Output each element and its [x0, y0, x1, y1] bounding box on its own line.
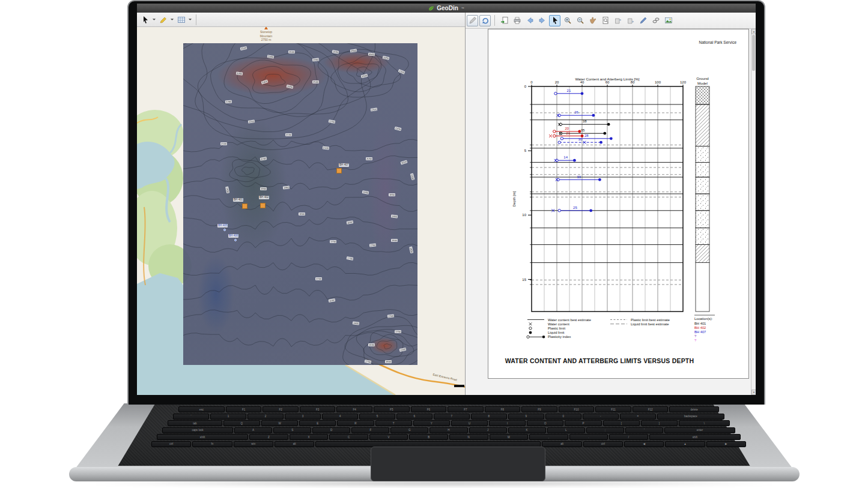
key-j[interactable]: J [469, 427, 507, 433]
insert-image-button[interactable] [663, 15, 674, 26]
key-5[interactable]: 5 [359, 414, 395, 420]
key-ctrl[interactable]: ctrl [583, 441, 623, 447]
key-backspace[interactable]: backspace [657, 414, 724, 420]
edit-pen-button[interactable] [637, 15, 649, 26]
key-q[interactable]: Q [223, 420, 260, 426]
stamp-pen-button[interactable] [467, 15, 478, 26]
key-7[interactable]: 7 [434, 414, 470, 420]
key-o[interactable]: O [527, 420, 563, 426]
key-caps-lock[interactable]: caps lock [162, 427, 233, 433]
forward-button[interactable] [536, 15, 548, 26]
key-v[interactable]: V [369, 434, 408, 440]
layer-grid-dropdown[interactable] [187, 14, 193, 25]
key-f1[interactable]: F1 [226, 406, 262, 412]
key-a[interactable]: A [234, 427, 272, 433]
key--[interactable]: = [620, 414, 656, 420]
key-m[interactable]: M [490, 434, 529, 440]
preview-scrollbar[interactable]: ▲ ▼ [751, 29, 756, 395]
key-h[interactable]: H [429, 427, 467, 433]
key-alt[interactable]: alt [275, 441, 314, 447]
key-p[interactable]: P [565, 420, 601, 426]
key--[interactable]: ` [173, 414, 209, 420]
pan-hand-button[interactable] [587, 15, 598, 26]
map-canvas[interactable]: 2500255026002650260025502500245023002400… [137, 27, 465, 395]
trackpad[interactable] [371, 447, 545, 481]
key-f9[interactable]: F9 [521, 406, 557, 412]
key-e[interactable]: E [299, 420, 336, 426]
key-2[interactable]: 2 [247, 414, 284, 420]
key-0[interactable]: 0 [545, 414, 581, 420]
rotate-view-button[interactable] [625, 15, 636, 26]
select-cursor-button[interactable] [549, 15, 560, 26]
key-f4[interactable]: F4 [336, 406, 372, 412]
select-cursor-button[interactable] [139, 14, 151, 25]
borehole-marker[interactable] [223, 229, 226, 231]
key-6[interactable]: 6 [396, 414, 432, 420]
key-f10[interactable]: F10 [559, 406, 595, 412]
link-frames-button[interactable] [650, 15, 661, 26]
key-1[interactable]: 1 [210, 414, 246, 420]
key--[interactable]: . [569, 434, 609, 440]
key-9[interactable]: 9 [508, 414, 544, 420]
zoom-out-button[interactable] [574, 15, 586, 26]
key-f6[interactable]: F6 [411, 406, 447, 412]
key-d[interactable]: D [312, 427, 350, 433]
key--[interactable]: , [529, 434, 568, 440]
scroll-up-icon[interactable]: ▲ [751, 29, 756, 34]
back-button[interactable] [524, 15, 535, 26]
select-cursor-dropdown[interactable] [151, 14, 157, 25]
key--[interactable]: ' [625, 427, 663, 433]
key-ctrl[interactable]: ctrl [151, 441, 191, 447]
key-shift[interactable]: shift [649, 434, 741, 440]
key-alt[interactable]: alt [542, 441, 581, 447]
key-t[interactable]: T [375, 420, 412, 426]
key-c[interactable]: C [329, 434, 368, 440]
key-3[interactable]: 3 [285, 414, 321, 420]
key--[interactable]: ; [586, 427, 624, 433]
key-delete[interactable]: delete [669, 406, 719, 412]
key-w[interactable]: W [261, 420, 298, 426]
key-tab[interactable]: tab [168, 420, 222, 426]
key--[interactable]: - [583, 414, 619, 420]
navigate-link-button[interactable] [479, 15, 491, 26]
key-f7[interactable]: F7 [448, 406, 484, 412]
draw-pen-button[interactable] [157, 14, 169, 25]
key-shift[interactable]: shift [157, 434, 248, 440]
key--[interactable]: ] [641, 420, 678, 426]
key-r[interactable]: R [337, 420, 374, 426]
key-l[interactable]: L [547, 427, 585, 433]
key--[interactable]: ▶ [706, 441, 746, 447]
key-fn[interactable]: fn [192, 441, 232, 447]
key--[interactable]: \ [679, 420, 730, 426]
key-f5[interactable]: F5 [374, 406, 410, 412]
key-g[interactable]: G [390, 427, 428, 433]
key-n[interactable]: N [449, 434, 488, 440]
draw-pen-dropdown[interactable] [169, 14, 175, 25]
key--[interactable]: ▲ [665, 441, 705, 447]
key-f8[interactable]: F8 [485, 406, 521, 412]
key-y[interactable]: Y [413, 420, 450, 426]
key--[interactable]: / [609, 434, 648, 440]
key-f2[interactable]: F2 [263, 406, 299, 412]
key-enter[interactable]: enter [664, 427, 735, 433]
key-x[interactable]: X [290, 434, 329, 440]
key-f3[interactable]: F3 [300, 406, 336, 412]
key-s[interactable]: S [273, 427, 311, 433]
key-b[interactable]: B [409, 434, 448, 440]
print-button[interactable] [511, 15, 523, 26]
borehole-marker[interactable] [234, 239, 237, 241]
key-esc[interactable]: esc [178, 406, 225, 412]
key-f[interactable]: F [351, 427, 389, 433]
key-u[interactable]: U [451, 420, 488, 426]
key--[interactable]: ◀ [624, 441, 664, 447]
borehole-marker[interactable] [242, 203, 247, 209]
scroll-thumb[interactable] [752, 35, 755, 71]
key-f12[interactable]: F12 [633, 406, 669, 412]
key-4[interactable]: 4 [322, 414, 358, 420]
key-i[interactable]: I [489, 420, 526, 426]
layer-grid-button[interactable] [175, 14, 187, 25]
borehole-marker[interactable] [336, 168, 342, 173]
key-8[interactable]: 8 [471, 414, 507, 420]
scroll-down-icon[interactable]: ▼ [751, 390, 756, 395]
key-z[interactable]: Z [249, 434, 288, 440]
